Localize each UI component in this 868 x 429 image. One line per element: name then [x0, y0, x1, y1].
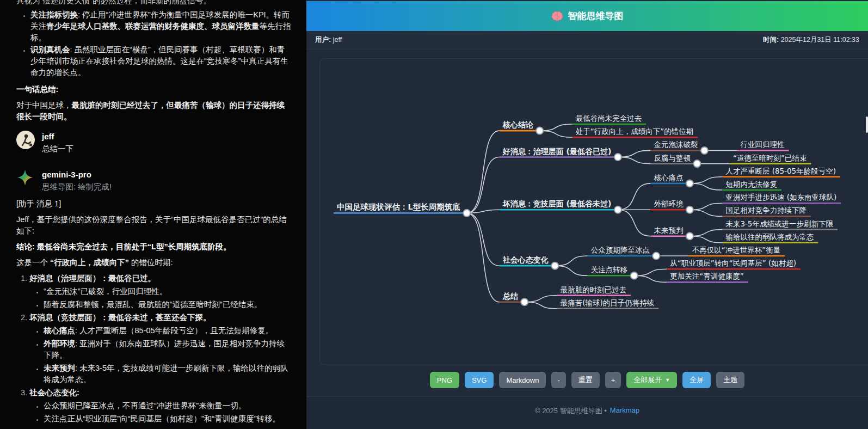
summary-heading: 一句话总结:	[16, 84, 292, 95]
assistant-period-line: 这是一个 “行政向上，成绩向下” 的错位时期:	[16, 257, 292, 268]
user-label: 用户:	[315, 36, 331, 44]
mindmap-app: 智能思维导图 用户: jeff 时间: 2025年12月31日 11:02:33…	[306, 0, 868, 429]
expand-all-button[interactable]: 全部展开▼	[626, 372, 677, 388]
info-bar: 用户: jeff 时间: 2025年12月31日 11:02:33	[306, 31, 868, 50]
scrollbar-thumb[interactable]	[866, 117, 868, 133]
chat-scrollback-line: 其视为“偿还历史欠债”的必然过程，而非新的崩盘信号。	[16, 0, 292, 7]
markmap-link[interactable]: Markmap	[610, 406, 639, 429]
assistant-avatar	[16, 169, 35, 187]
chat-bullet: 关注指标切换: 停止用“冲进世界杯”作为衡量中国足球发展的唯一KPI。转而关注青…	[30, 9, 292, 44]
zoom-in-button[interactable]: +	[605, 372, 621, 388]
sub-bullet: 关注点正从“职业顶层”向“民间基层（如村超）”和“青训健康度”转移。	[44, 413, 292, 425]
user-value: jeff	[333, 36, 342, 44]
time-label: 时间:	[763, 36, 779, 44]
map-toolbar: PNG SVG Markdown - 重置 + 全部展开▼ 全屏 主题	[306, 372, 868, 388]
assistant-tag: [助手 消息 1]	[16, 198, 292, 210]
copyright-text: © 2025 智能思维导图 •	[535, 406, 607, 429]
export-markdown-button[interactable]: Markdown	[499, 372, 546, 388]
reset-button[interactable]: 重置	[571, 372, 600, 388]
app-title: 智能思维导图	[568, 10, 624, 22]
assistant-status: 思维导图: 绘制完成!	[42, 181, 112, 193]
assistant-numbered-list: 好消息（治理层面）：最低谷已过。 “金元泡沫”已破裂，行业回归理性。 随着反腐和…	[16, 273, 292, 425]
list-item: 好消息（治理层面）：最低谷已过。 “金元泡沫”已破裂，行业回归理性。 随着反腐和…	[29, 273, 292, 310]
summary-line: 对于中国足球，最肮脏的时刻已经过去了，但最痛苦（输球）的日子还得持续很长一段时间…	[16, 100, 292, 122]
chat-bullet-list: 关注指标切换: 停止用“冲进世界杯”作为衡量中国足球发展的唯一KPI。转而关注青…	[16, 9, 292, 78]
chat-bullet: 识别真机会: 虽然职业层面在“横盘”，但民间赛事（村超、草根联赛）和青少年培训市…	[30, 44, 292, 78]
sub-bullet: 公众预期已降至冰点，不再通过“冲进世界杯”来衡量一切。	[44, 400, 292, 412]
brain-icon	[551, 11, 563, 22]
user-avatar[interactable]	[16, 131, 35, 149]
chevron-down-icon: ▼	[665, 377, 670, 383]
assistant-message-header: gemini-3-pro 思维导图: 绘制完成!	[16, 169, 292, 193]
assistant-conclusion: 结论: 最低谷尚未完全过去，目前处于“L型”长周期筑底阶段。	[16, 241, 292, 253]
screen: 其视为“偿还历史欠债”的必然过程，而非新的崩盘信号。 关注指标切换: 停止用“冲…	[0, 0, 868, 429]
export-svg-button[interactable]: SVG	[465, 372, 494, 388]
theme-button[interactable]: 主题	[716, 372, 744, 388]
soccer-player-icon	[16, 131, 35, 149]
sub-bullet: 未来预判: 未来3-5年，竞技成绩可能进一步刷新下限，输给以往的弱队将成为常态。	[44, 363, 292, 385]
user-name: jeff	[42, 131, 73, 142]
app-header: 智能思维导图	[306, 1, 868, 31]
assistant-name: gemini-3-pro	[42, 169, 112, 180]
user-message: jeff 总结一下	[16, 131, 292, 155]
gemini-star-icon	[16, 169, 34, 186]
assistant-intro: Jeff，基于您提供的这份深度整合报告，关于“中国足球最低谷是否已过”的总结如下…	[16, 214, 292, 237]
mindmap-canvas[interactable]	[319, 58, 868, 365]
sub-bullet: “金元泡沫”已破裂，行业回归理性。	[44, 286, 292, 297]
zoom-out-button[interactable]: -	[551, 372, 565, 388]
chat-panel: 其视为“偿还历史欠债”的必然过程，而非新的崩盘信号。 关注指标切换: 停止用“冲…	[0, 0, 306, 429]
export-png-button[interactable]: PNG	[430, 372, 459, 388]
time-value: 2025年12月31日 11:02:33	[781, 36, 859, 44]
fullscreen-button[interactable]: 全屏	[682, 372, 711, 388]
sub-bullet: 核心痛点: 人才严重断层（85-05年龄段亏空），且无法短期修复。	[44, 325, 292, 336]
list-item: 社会心态变化: 公众预期已降至冰点，不再通过“冲进世界杯”来衡量一切。 关注点正…	[29, 387, 292, 425]
list-item: 坏消息（竞技层面）：最低谷未过，甚至还会下探。 核心痛点: 人才严重断层（85-…	[29, 312, 292, 385]
sub-bullet: 随着反腐和整顿，最混乱、最肮脏的“道德至暗时刻”已经结束。	[44, 299, 292, 310]
user-text: 总结一下	[42, 143, 73, 155]
sub-bullet: 外部环境: 亚洲对手（如东南亚球队）进步迅速，国足相对竞争力持续下降。	[44, 338, 292, 361]
app-footer: © 2025 智能思维导图 • Markmap	[306, 396, 868, 429]
